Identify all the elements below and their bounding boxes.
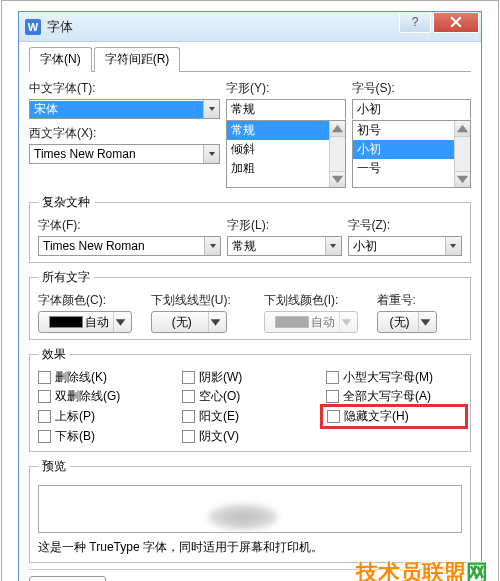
- help-button[interactable]: ?: [399, 13, 431, 33]
- complex-script-group: 复杂文种 字体(F): Times New Roman 字形(L): 常规: [29, 194, 471, 263]
- emphasis-label: 着重号:: [377, 292, 462, 309]
- complex-style-label: 字形(L):: [227, 217, 341, 234]
- color-swatch: [275, 316, 309, 328]
- complex-font-value: Times New Roman: [39, 239, 204, 253]
- preview-blur: [208, 504, 278, 530]
- style-field[interactable]: 常规: [226, 99, 345, 119]
- checkbox-superscript[interactable]: 上标(P): [38, 407, 174, 426]
- style-list[interactable]: 常规 倾斜 加粗: [226, 120, 345, 188]
- chevron-down-icon: [339, 312, 353, 332]
- checkbox-hidden[interactable]: 隐藏文字(H): [327, 408, 461, 425]
- font-dialog: W 字体 ? 字体(N) 字符间距(R) 中文字体(T): 宋体 西文字体(X)…: [18, 11, 482, 581]
- scrollbar[interactable]: [454, 121, 470, 187]
- underline-style-dropdown[interactable]: (无): [151, 311, 227, 333]
- list-item[interactable]: 倾斜: [227, 140, 328, 159]
- chevron-down-icon: [113, 312, 127, 332]
- checkbox-strikethrough[interactable]: 删除线(K): [38, 369, 174, 386]
- underline-color-value: 自动: [311, 314, 335, 331]
- effects-legend: 效果: [38, 346, 70, 363]
- chevron-down-icon: [445, 237, 461, 255]
- all-text-group: 所有文字 字体颜色(C): 自动 下划线线型(U): (无): [29, 269, 471, 340]
- preview-box: [38, 485, 462, 533]
- emphasis-value: (无): [386, 314, 414, 331]
- list-item[interactable]: 常规: [227, 121, 328, 140]
- complex-size-value: 小初: [349, 238, 445, 255]
- cn-font-label: 中文字体(T):: [29, 80, 220, 97]
- chevron-down-icon: [325, 237, 341, 255]
- checkbox-double-strike[interactable]: 双删除线(G): [38, 388, 174, 405]
- western-font-combo[interactable]: Times New Roman: [29, 144, 220, 164]
- effects-group: 效果 删除线(K) 阴影(W) 小型大写字母(M) 双删除线(G) 空心(O) …: [29, 346, 471, 452]
- chevron-down-icon: [208, 312, 222, 332]
- default-button[interactable]: 默认(D)...: [29, 576, 106, 581]
- window-title: 字体: [47, 18, 399, 36]
- size-label: 字号(S):: [352, 80, 471, 97]
- size-value: 小初: [353, 101, 470, 118]
- checkbox-allcaps[interactable]: 全部大写字母(A): [326, 388, 462, 405]
- preview-desc: 这是一种 TrueType 字体，同时适用于屏幕和打印机。: [38, 539, 462, 556]
- list-item[interactable]: 小初: [353, 140, 454, 159]
- scroll-up-icon[interactable]: [455, 121, 470, 137]
- tab-font[interactable]: 字体(N): [29, 47, 92, 72]
- font-color-dropdown[interactable]: 自动: [38, 311, 132, 333]
- complex-size-combo[interactable]: 小初: [348, 236, 462, 256]
- close-icon: [450, 16, 462, 28]
- tab-bar: 字体(N) 字符间距(R): [29, 46, 471, 72]
- cn-font-value: 宋体: [30, 101, 203, 118]
- chevron-down-icon: [203, 145, 219, 163]
- chevron-down-icon: [418, 312, 432, 332]
- emphasis-dropdown[interactable]: (无): [377, 311, 437, 333]
- complex-style-combo[interactable]: 常规: [227, 236, 341, 256]
- checkbox-subscript[interactable]: 下标(B): [38, 428, 174, 445]
- checkbox-outline[interactable]: 空心(O): [182, 388, 318, 405]
- scroll-up-icon[interactable]: [330, 121, 345, 137]
- cn-font-combo[interactable]: 宋体: [29, 99, 220, 119]
- preview-legend: 预览: [38, 458, 70, 475]
- complex-style-value: 常规: [228, 238, 324, 255]
- button-bar: 默认(D)...: [29, 569, 471, 581]
- scroll-down-icon[interactable]: [330, 171, 345, 187]
- scroll-down-icon[interactable]: [455, 171, 470, 187]
- style-label: 字形(Y):: [226, 80, 345, 97]
- complex-legend: 复杂文种: [38, 194, 94, 211]
- underline-style-label: 下划线线型(U):: [151, 292, 258, 309]
- checkbox-emboss[interactable]: 阳文(E): [182, 407, 318, 426]
- complex-font-label: 字体(F):: [38, 217, 221, 234]
- complex-font-combo[interactable]: Times New Roman: [38, 236, 221, 256]
- list-item[interactable]: 一号: [353, 159, 454, 178]
- list-item[interactable]: 初号: [353, 121, 454, 140]
- underline-color-label: 下划线颜色(I):: [264, 292, 371, 309]
- size-field[interactable]: 小初: [352, 99, 471, 119]
- chevron-down-icon: [204, 237, 220, 255]
- style-value: 常规: [227, 101, 344, 118]
- size-list[interactable]: 初号 小初 一号: [352, 120, 471, 188]
- checkbox-engrave[interactable]: 阴文(V): [182, 428, 318, 445]
- western-font-label: 西文字体(X):: [29, 125, 220, 142]
- underline-style-value: (无): [160, 314, 204, 331]
- font-color-value: 自动: [85, 314, 109, 331]
- preview-group: 预览 这是一种 TrueType 字体，同时适用于屏幕和打印机。: [29, 458, 471, 563]
- titlebar[interactable]: W 字体 ?: [19, 12, 481, 42]
- highlight-box: 隐藏文字(H): [320, 404, 468, 429]
- checkbox-smallcaps[interactable]: 小型大写字母(M): [326, 369, 462, 386]
- tab-spacing[interactable]: 字符间距(R): [94, 47, 181, 72]
- app-icon: W: [25, 19, 41, 35]
- checkbox-shadow[interactable]: 阴影(W): [182, 369, 318, 386]
- western-font-value: Times New Roman: [30, 147, 203, 161]
- complex-size-label: 字号(Z):: [348, 217, 462, 234]
- all-legend: 所有文字: [38, 269, 94, 286]
- underline-color-dropdown: 自动: [264, 311, 358, 333]
- font-color-label: 字体颜色(C):: [38, 292, 145, 309]
- list-item[interactable]: 加粗: [227, 159, 328, 178]
- chevron-down-icon: [203, 100, 219, 118]
- color-swatch: [49, 316, 83, 328]
- close-button[interactable]: [433, 13, 479, 33]
- scrollbar[interactable]: [329, 121, 345, 187]
